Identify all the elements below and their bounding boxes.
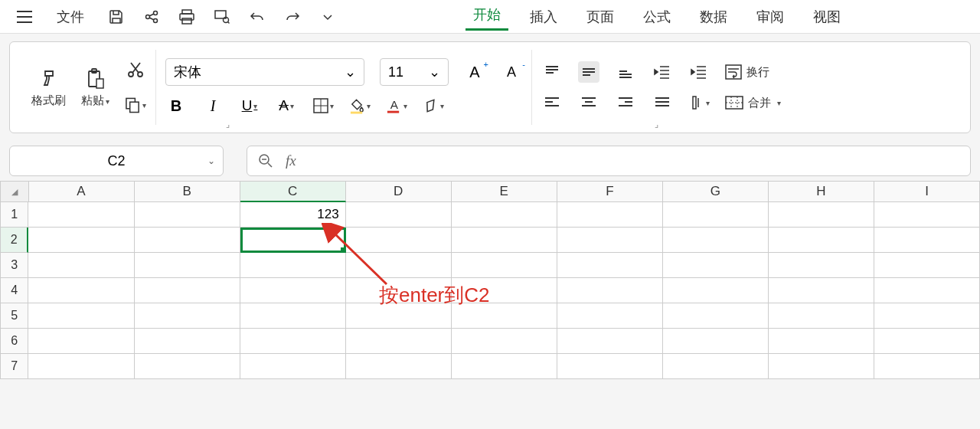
cell-A2[interactable]	[28, 228, 134, 253]
cell-G3[interactable]	[663, 253, 769, 278]
cell-F1[interactable]	[557, 202, 663, 228]
format-painter-button[interactable]: 格式刷	[31, 67, 66, 108]
undo-icon[interactable]	[247, 6, 268, 28]
justify-button[interactable]	[652, 92, 673, 113]
row-header-1[interactable]: 1	[0, 202, 28, 228]
fx-icon[interactable]: fx	[286, 152, 296, 169]
cell-I4[interactable]	[874, 278, 980, 303]
tab-insert[interactable]: 插入	[522, 5, 565, 29]
copy-button[interactable]: ▾	[125, 94, 146, 116]
decrease-indent-button[interactable]	[652, 61, 673, 83]
tab-view[interactable]: 视图	[805, 5, 848, 29]
cell-E2[interactable]	[452, 228, 557, 253]
increase-font-button[interactable]: A+	[464, 61, 485, 83]
wrap-text-button[interactable]: 换行	[725, 64, 769, 80]
cell-H5[interactable]	[769, 303, 874, 329]
strikethrough-button[interactable]: A▾	[276, 95, 297, 116]
tab-page[interactable]: 页面	[579, 5, 622, 29]
cell-H7[interactable]	[769, 354, 874, 379]
cell-B6[interactable]	[135, 329, 240, 354]
cell-D3[interactable]	[346, 253, 452, 278]
cell-D6[interactable]	[346, 329, 452, 354]
cell-F2[interactable]	[557, 228, 663, 253]
col-header-G[interactable]: G	[663, 181, 769, 202]
bold-button[interactable]: B	[165, 95, 187, 116]
cell-F6[interactable]	[557, 329, 663, 354]
cell-B1[interactable]	[135, 202, 240, 228]
cell-H6[interactable]	[769, 329, 874, 354]
row-header-2[interactable]: 2	[0, 228, 28, 253]
hamburger-icon[interactable]	[14, 6, 35, 28]
row-header-6[interactable]: 6	[0, 329, 28, 354]
cell-D7[interactable]	[346, 354, 452, 379]
cell-H2[interactable]	[769, 228, 874, 253]
cell-C6[interactable]	[240, 329, 346, 354]
row-header-5[interactable]: 5	[0, 303, 28, 329]
cell-A4[interactable]	[28, 278, 134, 303]
cell-I7[interactable]	[874, 354, 980, 379]
cell-H1[interactable]	[769, 202, 874, 228]
cell-G4[interactable]	[663, 278, 769, 303]
cell-C1[interactable]: 123	[240, 202, 346, 228]
cell-G7[interactable]	[663, 354, 769, 379]
select-all-corner[interactable]: ◢	[0, 181, 29, 202]
cell-A6[interactable]	[28, 329, 134, 354]
col-header-E[interactable]: E	[452, 181, 557, 202]
zoom-out-icon[interactable]	[258, 153, 273, 169]
share-icon[interactable]	[141, 6, 162, 28]
formula-bar[interactable]: fx	[247, 146, 971, 176]
decrease-font-button[interactable]: A-	[501, 61, 522, 83]
cell-B4[interactable]	[135, 278, 240, 303]
cell-H4[interactable]	[769, 278, 874, 303]
align-left-button[interactable]	[541, 92, 563, 113]
cell-G5[interactable]	[663, 303, 769, 329]
font-color-button[interactable]: A▾	[386, 95, 407, 116]
cell-G1[interactable]	[663, 202, 769, 228]
row-header-4[interactable]: 4	[0, 278, 28, 303]
cell-F5[interactable]	[557, 303, 663, 329]
cell-C4[interactable]	[240, 278, 346, 303]
font-launcher[interactable]: ⌟	[655, 120, 658, 129]
clipboard-launcher[interactable]: ⌟	[226, 120, 230, 129]
print-preview-icon[interactable]	[211, 6, 233, 28]
cell-F7[interactable]	[557, 354, 663, 379]
italic-button[interactable]: I	[202, 95, 224, 116]
cell-G2[interactable]	[663, 228, 769, 253]
col-header-C[interactable]: C	[240, 181, 346, 202]
cell-C7[interactable]	[240, 354, 346, 379]
cell-B7[interactable]	[135, 354, 240, 379]
paste-button[interactable]: 粘贴▾	[81, 67, 109, 108]
cell-E1[interactable]	[452, 202, 557, 228]
cell-C5[interactable]	[240, 303, 346, 329]
col-header-B[interactable]: B	[135, 181, 240, 202]
cell-A7[interactable]	[28, 354, 134, 379]
tab-formula[interactable]: 公式	[635, 5, 678, 29]
cell-C3[interactable]	[240, 253, 346, 278]
row-header-3[interactable]: 3	[0, 253, 28, 278]
cell-E3[interactable]	[452, 253, 557, 278]
align-bottom-button[interactable]	[615, 61, 636, 83]
cell-E7[interactable]	[452, 354, 557, 379]
cell-A1[interactable]	[28, 202, 134, 228]
cell-E6[interactable]	[452, 329, 557, 354]
increase-indent-button[interactable]	[688, 61, 710, 83]
cell-C2[interactable]	[240, 228, 346, 253]
cell-B2[interactable]	[135, 228, 240, 253]
col-header-D[interactable]: D	[346, 181, 452, 202]
tab-review[interactable]: 审阅	[749, 5, 792, 29]
dropdown-icon[interactable]	[317, 6, 338, 28]
borders-button[interactable]: ▾	[312, 95, 334, 116]
name-box[interactable]: C2 ⌄	[9, 146, 224, 176]
cell-I6[interactable]	[874, 329, 980, 354]
cell-B3[interactable]	[135, 253, 240, 278]
underline-button[interactable]: U▾	[239, 95, 260, 116]
eraser-button[interactable]: ▾	[423, 95, 444, 116]
cell-I3[interactable]	[874, 253, 980, 278]
cell-G6[interactable]	[663, 329, 769, 354]
align-center-button[interactable]	[578, 92, 599, 113]
col-header-I[interactable]: I	[874, 181, 980, 202]
orientation-button[interactable]: ▾	[688, 92, 710, 113]
align-middle-button[interactable]	[578, 61, 599, 83]
align-top-button[interactable]	[541, 61, 563, 83]
cut-button[interactable]	[125, 59, 146, 80]
